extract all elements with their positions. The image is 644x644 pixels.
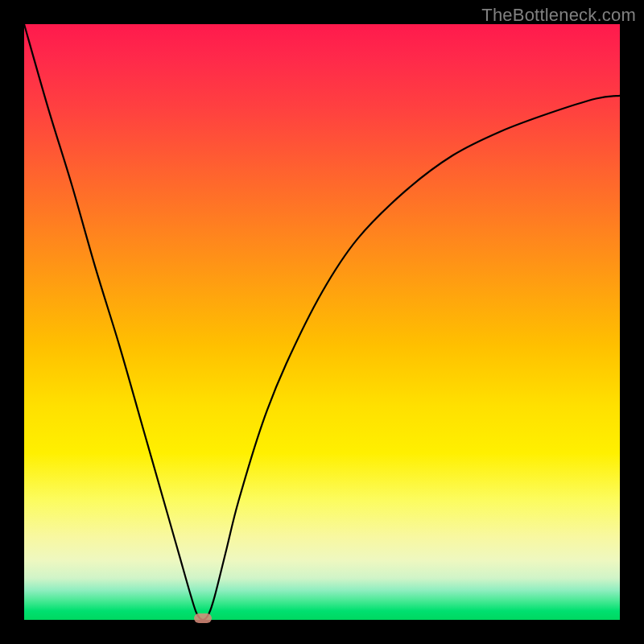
bottleneck-curve	[24, 24, 620, 620]
chart-frame: TheBottleneck.com	[0, 0, 644, 644]
plot-area	[24, 24, 620, 620]
optimal-point-marker	[194, 613, 212, 623]
watermark-text: TheBottleneck.com	[481, 5, 636, 26]
